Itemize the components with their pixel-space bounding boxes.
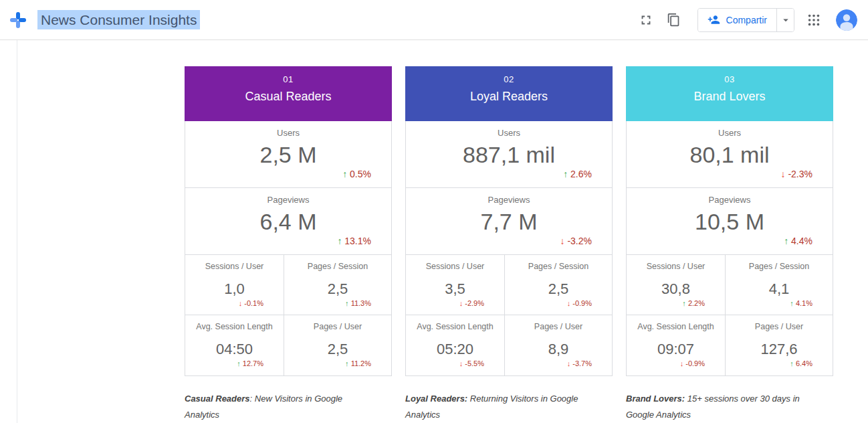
metric-label: Sessions / User bbox=[426, 262, 485, 271]
users-scorecard: Users 887,1 mil ↑ 2.6% bbox=[406, 121, 612, 188]
appbar-actions: Compartir bbox=[627, 8, 861, 32]
delta-percent: -0.9% bbox=[572, 299, 592, 307]
delta-percent: 0.5% bbox=[350, 169, 371, 179]
metric-value: 4,1 bbox=[769, 281, 790, 297]
delta-arrow-icon: ↓ bbox=[781, 169, 786, 179]
segment-note: Loyal Readers: Returning Visitors in Goo… bbox=[405, 391, 594, 423]
share-button[interactable]: Compartir bbox=[698, 9, 776, 31]
metric-delta: ↑ 13.1% bbox=[337, 236, 371, 246]
report-canvas: 01 Casual Readers Users 2,5 M ↑ 0.5% Pag… bbox=[17, 40, 868, 423]
report-title-text[interactable]: News Consumer Insights bbox=[37, 10, 200, 29]
delta-arrow-icon: ↑ bbox=[342, 169, 347, 179]
caret-down-icon bbox=[780, 14, 792, 26]
metric-value: 05:20 bbox=[437, 341, 473, 357]
metrics-row: Avg. Session Length 04:50 ↑ 12.7% Pages … bbox=[185, 315, 391, 375]
metric-delta: ↓ -0.9% bbox=[567, 299, 592, 307]
sessions-per-user-scorecard: Sessions / User 3,5 ↓ -2.9% bbox=[406, 255, 505, 315]
avg-session-length-scorecard: Avg. Session Length 05:20 ↓ -5.5% bbox=[406, 315, 505, 375]
card-title: Loyal Readers bbox=[405, 90, 613, 104]
metric-label: Pages / Session bbox=[308, 262, 368, 271]
metric-label: Sessions / User bbox=[205, 262, 264, 271]
metric-value: 04:50 bbox=[216, 341, 253, 357]
delta-arrow-icon: ↑ bbox=[784, 236, 788, 246]
pageviews-scorecard: Pageviews 10,5 M ↑ 4.4% bbox=[627, 188, 833, 255]
delta-percent: 12.7% bbox=[243, 359, 263, 367]
user-avatar[interactable] bbox=[836, 9, 857, 31]
delta-percent: 4.1% bbox=[796, 299, 812, 307]
metric-value: 1,0 bbox=[224, 281, 245, 297]
metric-label: Avg. Session Length bbox=[196, 322, 272, 331]
card-number: 02 bbox=[405, 74, 613, 84]
metric-label: Pages / Session bbox=[528, 262, 588, 271]
metric-label: Pageviews bbox=[267, 195, 310, 205]
metric-value: 30,8 bbox=[661, 281, 690, 297]
metric-value: 3,5 bbox=[445, 281, 465, 297]
segment-note: Brand Lovers: 15+ sessions over 30 days … bbox=[626, 391, 815, 423]
pages-per-session-scorecard: Pages / Session 2,5 ↓ -0.9% bbox=[505, 255, 612, 315]
metrics-row: Sessions / User 30,8 ↑ 2.2% Pages / Sess… bbox=[627, 255, 833, 315]
metric-delta: ↓ -2.3% bbox=[781, 169, 812, 179]
metrics-row: Avg. Session Length 09:07 ↓ -0.9% Pages … bbox=[627, 315, 833, 375]
metric-delta: ↓ -0.9% bbox=[680, 359, 705, 367]
looker-studio-logo-icon[interactable] bbox=[8, 10, 28, 30]
delta-arrow-icon: ↑ bbox=[790, 299, 794, 307]
delta-percent: 4.4% bbox=[791, 236, 812, 246]
metric-value: 2,5 M bbox=[259, 141, 316, 168]
pageviews-scorecard: Pageviews 6,4 M ↑ 13.1% bbox=[185, 188, 391, 255]
users-scorecard: Users 80,1 mil ↓ -2.3% bbox=[627, 121, 833, 188]
metric-label: Pages / Session bbox=[749, 262, 809, 271]
copy-pages-icon bbox=[667, 13, 681, 27]
delta-percent: -3.2% bbox=[567, 236, 592, 246]
metric-value: 887,1 mil bbox=[463, 141, 555, 168]
card-title: Casual Readers bbox=[185, 90, 392, 104]
share-button-label: Compartir bbox=[726, 15, 767, 25]
person-add-icon bbox=[708, 13, 720, 26]
metric-label: Pages / User bbox=[755, 322, 803, 331]
segment-note-term: Loyal Readers: bbox=[405, 394, 467, 404]
copy-pages-button[interactable] bbox=[665, 11, 683, 29]
delta-percent: 2.2% bbox=[688, 299, 705, 307]
card-body: Users 887,1 mil ↑ 2.6% Pageviews 7,7 M ↓… bbox=[405, 121, 613, 376]
metric-label: Pageviews bbox=[709, 195, 751, 205]
card-body: Users 2,5 M ↑ 0.5% Pageviews 6,4 M ↑ 13.… bbox=[185, 121, 392, 376]
delta-arrow-icon: ↑ bbox=[790, 359, 794, 367]
metric-delta: ↓ -2.9% bbox=[459, 299, 484, 307]
metric-delta: ↑ 11.3% bbox=[345, 299, 371, 307]
metric-value: 8,9 bbox=[548, 341, 569, 357]
metric-delta: ↑ 0.5% bbox=[342, 169, 371, 179]
metric-delta: ↑ 2.2% bbox=[682, 299, 705, 307]
metric-value: 2,5 bbox=[328, 281, 348, 297]
share-dropdown-button[interactable] bbox=[776, 9, 794, 31]
metric-label: Sessions / User bbox=[647, 262, 706, 271]
report-title[interactable]: News Consumer Insights bbox=[37, 12, 200, 28]
card-number: 03 bbox=[626, 74, 833, 84]
delta-percent: -2.3% bbox=[788, 169, 812, 179]
delta-arrow-icon: ↓ bbox=[567, 359, 571, 367]
metric-label: Users bbox=[498, 128, 520, 138]
metric-label: Pages / User bbox=[534, 322, 582, 331]
pages-per-user-scorecard: Pages / User 2,5 ↑ 11.2% bbox=[284, 315, 391, 375]
users-scorecard: Users 2,5 M ↑ 0.5% bbox=[185, 121, 391, 188]
delta-percent: -5.5% bbox=[465, 359, 484, 367]
metric-value: 10,5 M bbox=[695, 208, 764, 235]
delta-arrow-icon: ↓ bbox=[567, 299, 571, 307]
delta-arrow-icon: ↓ bbox=[459, 359, 463, 367]
card-header: 03 Brand Lovers bbox=[626, 66, 833, 121]
fullscreen-button[interactable] bbox=[637, 11, 655, 29]
avg-session-length-scorecard: Avg. Session Length 04:50 ↑ 12.7% bbox=[185, 315, 284, 375]
share-button-group: Compartir bbox=[697, 8, 794, 32]
delta-percent: -0.9% bbox=[685, 359, 705, 367]
card-number: 01 bbox=[185, 74, 392, 84]
metric-label: Users bbox=[277, 128, 300, 138]
pageviews-scorecard: Pageviews 7,7 M ↓ -3.2% bbox=[406, 188, 612, 255]
delta-arrow-icon: ↑ bbox=[337, 236, 342, 246]
apps-grid-button[interactable] bbox=[805, 11, 823, 29]
metric-delta: ↑ 6.4% bbox=[790, 359, 812, 367]
metric-delta: ↑ 12.7% bbox=[237, 359, 263, 367]
card-header: 01 Casual Readers bbox=[185, 66, 392, 121]
metric-value: 7,7 M bbox=[480, 208, 537, 235]
metric-label: Avg. Session Length bbox=[637, 322, 714, 331]
metrics-row: Avg. Session Length 05:20 ↓ -5.5% Pages … bbox=[406, 315, 612, 375]
card-header: 02 Loyal Readers bbox=[405, 66, 613, 121]
app-header: News Consumer Insights bbox=[0, 0, 868, 40]
